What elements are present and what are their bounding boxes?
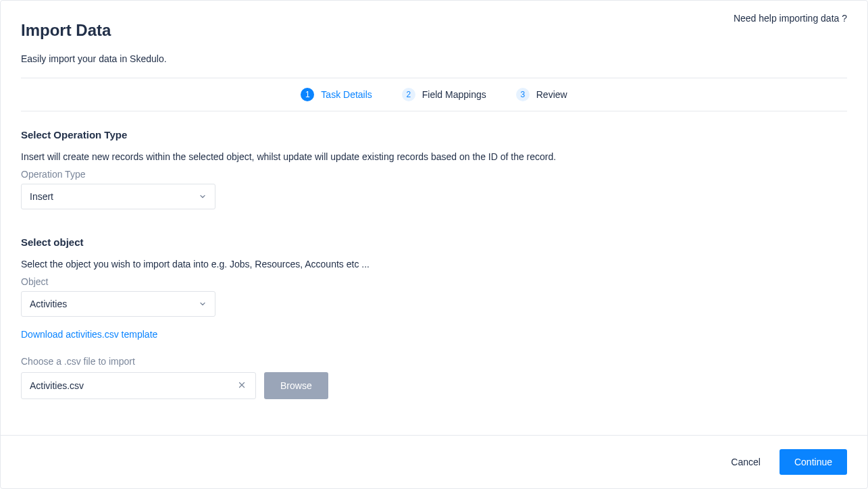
object-select[interactable]: Activities [21, 291, 215, 317]
chevron-down-icon [199, 300, 207, 308]
step-number-2: 2 [402, 88, 415, 101]
chevron-down-icon [199, 192, 207, 201]
import-data-panel: Import Data Need help importing data ? E… [0, 0, 868, 489]
operation-type-label: Operation Type [21, 169, 847, 180]
content-area: Import Data Need help importing data ? E… [1, 1, 867, 435]
file-row: Activities.csv Browse [21, 372, 847, 399]
step-label-1: Task Details [321, 89, 372, 100]
page-subtitle: Easily import your data in Skedulo. [21, 53, 847, 64]
object-section: Select object Select the object you wish… [21, 236, 847, 399]
operation-section: Select Operation Type Insert will create… [21, 129, 847, 209]
browse-button[interactable]: Browse [264, 372, 328, 399]
step-label-2: Field Mappings [422, 89, 486, 100]
object-heading: Select object [21, 236, 847, 248]
step-review[interactable]: 3 Review [516, 88, 567, 101]
help-link[interactable]: Need help importing data ? [734, 13, 847, 24]
download-template-link[interactable]: Download activities.csv template [21, 329, 157, 340]
clear-file-icon[interactable] [236, 380, 247, 391]
continue-button[interactable]: Continue [780, 449, 847, 475]
operation-desc: Insert will create new records within th… [21, 151, 847, 162]
object-label: Object [21, 276, 847, 287]
step-number-3: 3 [516, 88, 530, 101]
page-title: Import Data [21, 21, 111, 40]
header-row: Import Data Need help importing data ? [21, 21, 847, 40]
step-task-details[interactable]: 1 Task Details [301, 88, 372, 101]
stepper: 1 Task Details 2 Field Mappings 3 Review [21, 78, 847, 111]
cancel-button[interactable]: Cancel [727, 451, 765, 473]
footer: Cancel Continue [1, 435, 867, 488]
step-label-3: Review [536, 89, 567, 100]
step-field-mappings[interactable]: 2 Field Mappings [402, 88, 486, 101]
file-name: Activities.csv [30, 380, 84, 391]
operation-type-select[interactable]: Insert [21, 184, 215, 209]
object-value: Activities [30, 299, 67, 309]
object-desc: Select the object you wish to import dat… [21, 259, 847, 269]
file-input[interactable]: Activities.csv [21, 372, 256, 399]
choose-file-label: Choose a .csv file to import [21, 356, 847, 367]
step-number-1: 1 [301, 88, 314, 101]
operation-heading: Select Operation Type [21, 129, 847, 140]
operation-type-value: Insert [30, 191, 53, 202]
